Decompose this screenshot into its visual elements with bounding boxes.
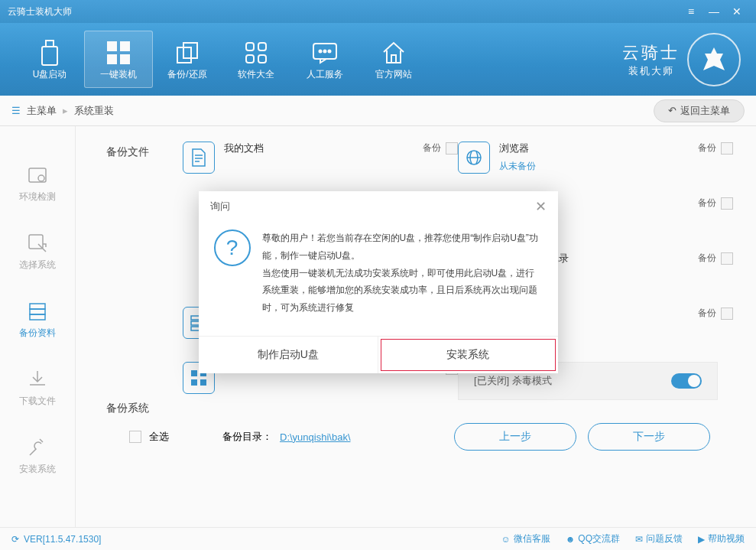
dialog-message: 尊敬的用户！若您当前存在空闲的U盘，推荐您使用“制作启动U盘”功能，制作一键启动…	[262, 229, 543, 317]
confirm-dialog: 询问 ✕ ? 尊敬的用户！若您当前存在空闲的U盘，推荐您使用“制作启动U盘”功能…	[199, 191, 558, 373]
dialog-title: 询问	[210, 200, 230, 213]
install-system-button[interactable]: 安装系统	[378, 337, 558, 373]
question-icon: ?	[214, 229, 251, 266]
modal-overlay: 询问 ✕ ? 尊敬的用户！若您当前存在空闲的U盘，推荐您使用“制作启动U盘”功能…	[0, 0, 756, 550]
make-usb-button[interactable]: 制作启动U盘	[199, 337, 379, 373]
dialog-close-icon[interactable]: ✕	[535, 198, 547, 215]
